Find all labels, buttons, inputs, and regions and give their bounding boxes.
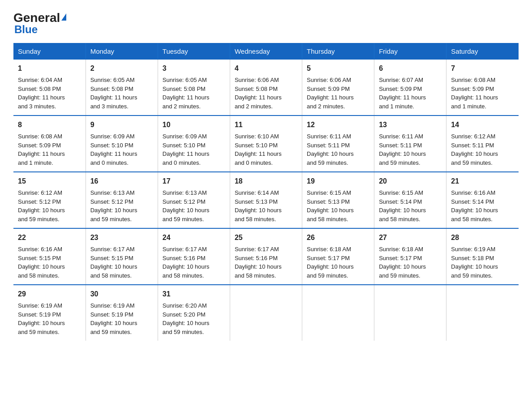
- day-info: Sunrise: 6:20 AM Sunset: 5:20 PM Dayligh…: [163, 301, 225, 336]
- header-sunday: Sunday: [13, 43, 86, 59]
- day-info: Sunrise: 6:18 AM Sunset: 5:17 PM Dayligh…: [379, 245, 442, 280]
- day-cell: 29Sunrise: 6:19 AM Sunset: 5:19 PM Dayli…: [13, 285, 86, 341]
- day-cell: 15Sunrise: 6:12 AM Sunset: 5:12 PM Dayli…: [13, 172, 86, 228]
- week-row-4: 22Sunrise: 6:16 AM Sunset: 5:15 PM Dayli…: [13, 228, 519, 285]
- day-number: 1: [18, 63, 81, 74]
- day-number: 29: [18, 289, 81, 300]
- day-cell: 17Sunrise: 6:13 AM Sunset: 5:12 PM Dayli…: [158, 172, 230, 228]
- day-info: Sunrise: 6:19 AM Sunset: 5:19 PM Dayligh…: [18, 301, 81, 336]
- day-number: 14: [451, 120, 514, 130]
- day-info: Sunrise: 6:17 AM Sunset: 5:16 PM Dayligh…: [163, 245, 225, 280]
- day-info: Sunrise: 6:11 AM Sunset: 5:11 PM Dayligh…: [379, 132, 442, 167]
- day-cell: [374, 285, 446, 341]
- day-cell: 19Sunrise: 6:15 AM Sunset: 5:13 PM Dayli…: [302, 172, 374, 228]
- day-number: 21: [451, 176, 514, 187]
- day-number: 28: [451, 232, 514, 243]
- day-number: 25: [235, 232, 297, 243]
- day-cell: 20Sunrise: 6:15 AM Sunset: 5:14 PM Dayli…: [374, 172, 446, 228]
- day-cell: [230, 285, 302, 341]
- day-number: 27: [379, 232, 442, 243]
- day-number: 5: [307, 63, 369, 74]
- day-number: 11: [235, 120, 297, 130]
- week-row-3: 15Sunrise: 6:12 AM Sunset: 5:12 PM Dayli…: [13, 172, 519, 228]
- day-info: Sunrise: 6:19 AM Sunset: 5:19 PM Dayligh…: [90, 301, 153, 336]
- day-cell: 21Sunrise: 6:16 AM Sunset: 5:14 PM Dayli…: [446, 172, 519, 228]
- day-number: 3: [163, 63, 225, 74]
- day-cell: 10Sunrise: 6:09 AM Sunset: 5:10 PM Dayli…: [158, 116, 230, 172]
- day-cell: 25Sunrise: 6:17 AM Sunset: 5:16 PM Dayli…: [230, 228, 302, 285]
- header-tuesday: Tuesday: [158, 43, 230, 59]
- day-cell: 22Sunrise: 6:16 AM Sunset: 5:15 PM Dayli…: [13, 228, 86, 285]
- day-number: 12: [307, 120, 369, 130]
- day-info: Sunrise: 6:08 AM Sunset: 5:09 PM Dayligh…: [18, 132, 81, 167]
- day-number: 17: [163, 176, 225, 187]
- day-number: 19: [307, 176, 369, 187]
- day-cell: 8Sunrise: 6:08 AM Sunset: 5:09 PM Daylig…: [13, 116, 86, 172]
- logo: General Blue: [13, 11, 66, 36]
- day-cell: 12Sunrise: 6:11 AM Sunset: 5:11 PM Dayli…: [302, 116, 374, 172]
- day-info: Sunrise: 6:12 AM Sunset: 5:12 PM Dayligh…: [18, 188, 81, 223]
- day-info: Sunrise: 6:17 AM Sunset: 5:15 PM Dayligh…: [90, 245, 153, 280]
- day-cell: 30Sunrise: 6:19 AM Sunset: 5:19 PM Dayli…: [86, 285, 158, 341]
- day-cell: 14Sunrise: 6:12 AM Sunset: 5:11 PM Dayli…: [446, 116, 519, 172]
- day-cell: 24Sunrise: 6:17 AM Sunset: 5:16 PM Dayli…: [158, 228, 230, 285]
- header-thursday: Thursday: [302, 43, 374, 59]
- day-number: 2: [90, 63, 153, 74]
- day-number: 22: [18, 232, 81, 243]
- day-cell: 16Sunrise: 6:13 AM Sunset: 5:12 PM Dayli…: [86, 172, 158, 228]
- day-cell: 27Sunrise: 6:18 AM Sunset: 5:17 PM Dayli…: [374, 228, 446, 285]
- header-wednesday: Wednesday: [230, 43, 302, 59]
- day-cell: 7Sunrise: 6:08 AM Sunset: 5:09 PM Daylig…: [446, 59, 519, 116]
- header-friday: Friday: [374, 43, 446, 59]
- day-cell: 2Sunrise: 6:05 AM Sunset: 5:08 PM Daylig…: [86, 59, 158, 116]
- calendar-table: SundayMondayTuesdayWednesdayThursdayFrid…: [13, 43, 519, 341]
- day-cell: 3Sunrise: 6:05 AM Sunset: 5:08 PM Daylig…: [158, 59, 230, 116]
- logo-blue: Blue: [14, 23, 38, 36]
- day-cell: 4Sunrise: 6:06 AM Sunset: 5:08 PM Daylig…: [230, 59, 302, 116]
- day-number: 16: [90, 176, 153, 187]
- day-number: 18: [235, 176, 297, 187]
- day-info: Sunrise: 6:09 AM Sunset: 5:10 PM Dayligh…: [90, 132, 153, 167]
- day-info: Sunrise: 6:12 AM Sunset: 5:11 PM Dayligh…: [451, 132, 514, 167]
- day-info: Sunrise: 6:14 AM Sunset: 5:13 PM Dayligh…: [235, 188, 297, 223]
- day-info: Sunrise: 6:15 AM Sunset: 5:13 PM Dayligh…: [307, 188, 369, 223]
- day-cell: [446, 285, 519, 341]
- header-monday: Monday: [86, 43, 158, 59]
- day-cell: 18Sunrise: 6:14 AM Sunset: 5:13 PM Dayli…: [230, 172, 302, 228]
- day-number: 30: [90, 289, 153, 300]
- day-cell: 5Sunrise: 6:06 AM Sunset: 5:09 PM Daylig…: [302, 59, 374, 116]
- day-number: 8: [18, 120, 81, 130]
- week-row-1: 1Sunrise: 6:04 AM Sunset: 5:08 PM Daylig…: [13, 59, 519, 116]
- day-number: 7: [451, 63, 514, 74]
- day-number: 10: [163, 120, 225, 130]
- day-cell: 28Sunrise: 6:19 AM Sunset: 5:18 PM Dayli…: [446, 228, 519, 285]
- day-info: Sunrise: 6:04 AM Sunset: 5:08 PM Dayligh…: [18, 76, 81, 111]
- day-info: Sunrise: 6:16 AM Sunset: 5:14 PM Dayligh…: [451, 188, 514, 223]
- day-number: 23: [90, 232, 153, 243]
- day-info: Sunrise: 6:06 AM Sunset: 5:08 PM Dayligh…: [235, 76, 297, 111]
- day-info: Sunrise: 6:15 AM Sunset: 5:14 PM Dayligh…: [379, 188, 442, 223]
- week-row-5: 29Sunrise: 6:19 AM Sunset: 5:19 PM Dayli…: [13, 285, 519, 341]
- day-number: 9: [90, 120, 153, 130]
- day-info: Sunrise: 6:17 AM Sunset: 5:16 PM Dayligh…: [235, 245, 297, 280]
- day-cell: 13Sunrise: 6:11 AM Sunset: 5:11 PM Dayli…: [374, 116, 446, 172]
- day-number: 4: [235, 63, 297, 74]
- day-info: Sunrise: 6:09 AM Sunset: 5:10 PM Dayligh…: [163, 132, 225, 167]
- day-number: 6: [379, 63, 442, 74]
- day-info: Sunrise: 6:13 AM Sunset: 5:12 PM Dayligh…: [90, 188, 153, 223]
- day-info: Sunrise: 6:08 AM Sunset: 5:09 PM Dayligh…: [451, 76, 514, 111]
- day-cell: 6Sunrise: 6:07 AM Sunset: 5:09 PM Daylig…: [374, 59, 446, 116]
- day-cell: 9Sunrise: 6:09 AM Sunset: 5:10 PM Daylig…: [86, 116, 158, 172]
- day-cell: 1Sunrise: 6:04 AM Sunset: 5:08 PM Daylig…: [13, 59, 86, 116]
- day-cell: 23Sunrise: 6:17 AM Sunset: 5:15 PM Dayli…: [86, 228, 158, 285]
- calendar-header-row: SundayMondayTuesdayWednesdayThursdayFrid…: [13, 43, 519, 59]
- day-info: Sunrise: 6:07 AM Sunset: 5:09 PM Dayligh…: [379, 76, 442, 111]
- header-saturday: Saturday: [446, 43, 519, 59]
- day-info: Sunrise: 6:10 AM Sunset: 5:10 PM Dayligh…: [235, 132, 297, 167]
- day-info: Sunrise: 6:13 AM Sunset: 5:12 PM Dayligh…: [163, 188, 225, 223]
- day-info: Sunrise: 6:06 AM Sunset: 5:09 PM Dayligh…: [307, 76, 369, 111]
- day-cell: 31Sunrise: 6:20 AM Sunset: 5:20 PM Dayli…: [158, 285, 230, 341]
- page-header: General Blue: [13, 11, 519, 36]
- day-number: 20: [379, 176, 442, 187]
- day-info: Sunrise: 6:11 AM Sunset: 5:11 PM Dayligh…: [307, 132, 369, 167]
